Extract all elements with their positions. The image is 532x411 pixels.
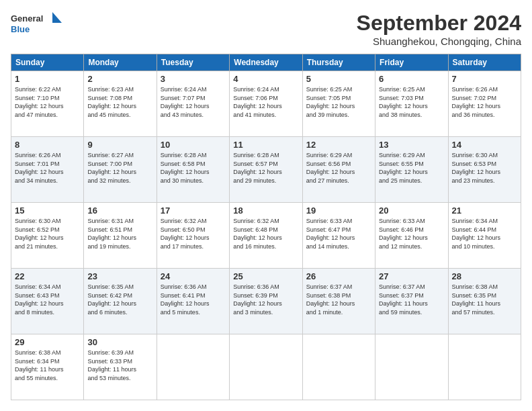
- day-info: Sunrise: 6:22 AMSunset: 7:10 PMDaylight:…: [15, 86, 64, 118]
- table-row: 26Sunrise: 6:37 AMSunset: 6:38 PMDayligh…: [302, 269, 375, 334]
- day-info: Sunrise: 6:36 AMSunset: 6:41 PMDaylight:…: [161, 283, 210, 316]
- day-number: 28: [452, 271, 517, 281]
- col-friday: Friday: [375, 54, 448, 71]
- table-row: 19Sunrise: 6:33 AMSunset: 6:47 PMDayligh…: [302, 203, 375, 269]
- col-sunday: Sunday: [11, 54, 84, 71]
- day-info: Sunrise: 6:35 AMSunset: 6:42 PMDaylight:…: [87, 283, 136, 316]
- day-info: Sunrise: 6:34 AMSunset: 6:43 PMDaylight:…: [15, 283, 64, 316]
- day-info: Sunrise: 6:38 AMSunset: 6:34 PMDaylight:…: [15, 349, 64, 381]
- table-row: 3Sunrise: 6:24 AMSunset: 7:07 PMDaylight…: [157, 71, 229, 137]
- table-row: [230, 334, 302, 400]
- table-row: 14Sunrise: 6:30 AMSunset: 6:53 PMDayligh…: [448, 137, 521, 203]
- calendar-row: 22Sunrise: 6:34 AMSunset: 6:43 PMDayligh…: [11, 269, 521, 334]
- logo-svg: General Blue: [11, 11, 64, 39]
- day-number: 1: [15, 74, 80, 84]
- table-row: 25Sunrise: 6:36 AMSunset: 6:39 PMDayligh…: [230, 269, 302, 334]
- day-number: 30: [87, 337, 152, 347]
- day-number: 17: [161, 205, 226, 216]
- day-number: 25: [233, 271, 298, 281]
- day-number: 7: [452, 74, 517, 84]
- table-row: 20Sunrise: 6:33 AMSunset: 6:46 PMDayligh…: [375, 203, 448, 269]
- day-info: Sunrise: 6:28 AMSunset: 6:57 PMDaylight:…: [233, 152, 282, 184]
- day-info: Sunrise: 6:28 AMSunset: 6:58 PMDaylight:…: [161, 152, 210, 184]
- day-number: 21: [452, 205, 517, 216]
- table-row: 17Sunrise: 6:32 AMSunset: 6:50 PMDayligh…: [157, 203, 229, 269]
- table-row: 11Sunrise: 6:28 AMSunset: 6:57 PMDayligh…: [230, 137, 302, 203]
- col-tuesday: Tuesday: [157, 54, 229, 71]
- day-number: 29: [15, 337, 80, 347]
- table-row: 30Sunrise: 6:39 AMSunset: 6:33 PMDayligh…: [84, 334, 157, 400]
- day-info: Sunrise: 6:30 AMSunset: 6:52 PMDaylight:…: [15, 218, 64, 250]
- day-number: 16: [87, 205, 152, 216]
- col-saturday: Saturday: [448, 54, 521, 71]
- day-number: 5: [306, 74, 371, 84]
- calendar-row: 8Sunrise: 6:26 AMSunset: 7:01 PMDaylight…: [11, 137, 521, 203]
- col-thursday: Thursday: [302, 54, 375, 71]
- day-number: 15: [15, 205, 80, 216]
- table-row: 15Sunrise: 6:30 AMSunset: 6:52 PMDayligh…: [11, 203, 84, 269]
- day-info: Sunrise: 6:31 AMSunset: 6:51 PMDaylight:…: [87, 218, 136, 250]
- table-row: [375, 334, 448, 400]
- day-info: Sunrise: 6:25 AMSunset: 7:03 PMDaylight:…: [379, 86, 428, 118]
- day-number: 12: [306, 140, 371, 150]
- day-info: Sunrise: 6:37 AMSunset: 6:38 PMDaylight:…: [306, 283, 355, 316]
- table-row: 27Sunrise: 6:37 AMSunset: 6:37 PMDayligh…: [375, 269, 448, 334]
- table-row: 29Sunrise: 6:38 AMSunset: 6:34 PMDayligh…: [11, 334, 84, 400]
- table-row: 6Sunrise: 6:25 AMSunset: 7:03 PMDaylight…: [375, 71, 448, 137]
- logo: General Blue: [11, 11, 64, 39]
- svg-text:Blue: Blue: [11, 24, 30, 34]
- day-number: 11: [233, 140, 298, 150]
- day-info: Sunrise: 6:33 AMSunset: 6:46 PMDaylight:…: [379, 218, 428, 250]
- table-row: 24Sunrise: 6:36 AMSunset: 6:41 PMDayligh…: [157, 269, 229, 334]
- svg-text:General: General: [11, 13, 43, 24]
- day-info: Sunrise: 6:26 AMSunset: 7:01 PMDaylight:…: [15, 152, 64, 184]
- table-row: [302, 334, 375, 400]
- day-number: 23: [87, 271, 152, 281]
- day-info: Sunrise: 6:32 AMSunset: 6:48 PMDaylight:…: [233, 218, 282, 250]
- day-number: 13: [379, 140, 444, 150]
- table-row: [448, 334, 521, 400]
- calendar-row: 1Sunrise: 6:22 AMSunset: 7:10 PMDaylight…: [11, 71, 521, 137]
- table-row: 21Sunrise: 6:34 AMSunset: 6:44 PMDayligh…: [448, 203, 521, 269]
- calendar-row: 15Sunrise: 6:30 AMSunset: 6:52 PMDayligh…: [11, 203, 521, 269]
- table-row: 22Sunrise: 6:34 AMSunset: 6:43 PMDayligh…: [11, 269, 84, 334]
- header-row: Sunday Monday Tuesday Wednesday Thursday…: [11, 54, 521, 71]
- table-row: 16Sunrise: 6:31 AMSunset: 6:51 PMDayligh…: [84, 203, 157, 269]
- day-number: 18: [233, 205, 298, 216]
- day-info: Sunrise: 6:24 AMSunset: 7:07 PMDaylight:…: [161, 86, 210, 118]
- table-row: 12Sunrise: 6:29 AMSunset: 6:56 PMDayligh…: [302, 137, 375, 203]
- day-info: Sunrise: 6:36 AMSunset: 6:39 PMDaylight:…: [233, 283, 282, 316]
- table-row: 18Sunrise: 6:32 AMSunset: 6:48 PMDayligh…: [230, 203, 302, 269]
- col-monday: Monday: [84, 54, 157, 71]
- day-number: 19: [306, 205, 371, 216]
- day-number: 27: [379, 271, 444, 281]
- day-number: 9: [87, 140, 152, 150]
- day-info: Sunrise: 6:32 AMSunset: 6:50 PMDaylight:…: [161, 218, 210, 250]
- day-info: Sunrise: 6:29 AMSunset: 6:55 PMDaylight:…: [379, 152, 428, 184]
- table-row: 9Sunrise: 6:27 AMSunset: 7:00 PMDaylight…: [84, 137, 157, 203]
- location-title: Shuanghekou, Chongqing, China: [357, 36, 521, 47]
- day-number: 2: [87, 74, 152, 84]
- table-row: 5Sunrise: 6:25 AMSunset: 7:05 PMDaylight…: [302, 71, 375, 137]
- day-number: 22: [15, 271, 80, 281]
- day-info: Sunrise: 6:24 AMSunset: 7:06 PMDaylight:…: [233, 86, 282, 118]
- day-info: Sunrise: 6:26 AMSunset: 7:02 PMDaylight:…: [452, 86, 501, 118]
- table-row: 4Sunrise: 6:24 AMSunset: 7:06 PMDaylight…: [230, 71, 302, 137]
- table-row: 8Sunrise: 6:26 AMSunset: 7:01 PMDaylight…: [11, 137, 84, 203]
- col-wednesday: Wednesday: [230, 54, 302, 71]
- day-number: 8: [15, 140, 80, 150]
- table-row: [157, 334, 229, 400]
- day-info: Sunrise: 6:23 AMSunset: 7:08 PMDaylight:…: [87, 86, 136, 118]
- svg-marker-2: [52, 12, 62, 23]
- day-number: 10: [161, 140, 226, 150]
- header: General Blue September 2024 Shuanghekou,…: [11, 11, 521, 47]
- month-title: September 2024: [357, 11, 521, 36]
- day-info: Sunrise: 6:29 AMSunset: 6:56 PMDaylight:…: [306, 152, 355, 184]
- day-number: 24: [161, 271, 226, 281]
- day-info: Sunrise: 6:38 AMSunset: 6:35 PMDaylight:…: [452, 283, 501, 316]
- day-info: Sunrise: 6:33 AMSunset: 6:47 PMDaylight:…: [306, 218, 355, 250]
- calendar-table: Sunday Monday Tuesday Wednesday Thursday…: [11, 54, 521, 400]
- day-info: Sunrise: 6:27 AMSunset: 7:00 PMDaylight:…: [87, 152, 136, 184]
- day-info: Sunrise: 6:30 AMSunset: 6:53 PMDaylight:…: [452, 152, 501, 184]
- title-block: September 2024 Shuanghekou, Chongqing, C…: [357, 11, 521, 47]
